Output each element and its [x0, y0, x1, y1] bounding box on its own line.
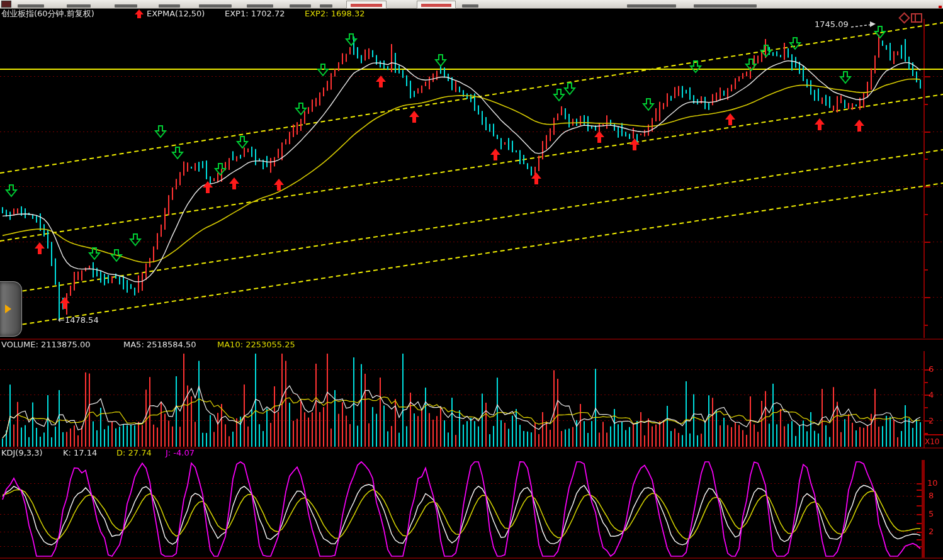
kdj-axis-label: 5: [929, 509, 934, 518]
menu-item[interactable]: [67, 4, 91, 8]
exp1-value: EXP1: 1702.72: [225, 9, 285, 18]
trading-app-window: 创业板指(60分钟.前复权) EXPMA(12,50) EXP1: 1702.7…: [0, 0, 943, 560]
split-window-icon[interactable]: [911, 13, 922, 23]
menu-item[interactable]: [199, 4, 232, 8]
menu-item[interactable]: [290, 4, 311, 8]
kdj-axis-label: 8: [929, 491, 934, 500]
volume-ma10-label: MA10: 2253055.25: [217, 340, 295, 349]
menu-item[interactable]: [320, 4, 332, 8]
chart-canvas[interactable]: [0, 0, 943, 560]
menu-item[interactable]: [627, 4, 676, 8]
kdj-d-value: D: 27.74: [116, 448, 152, 457]
menu-item[interactable]: [694, 4, 757, 8]
kdj-axis-label: 10: [927, 478, 938, 488]
volume-label: VOLUME: 2113875.00: [1, 340, 91, 349]
menu-item[interactable]: [247, 4, 273, 8]
volume-ma5-label: MA5: 2518584.50: [123, 340, 196, 349]
app-icon: [1, 1, 11, 8]
kdj-k-value: K: 17.14: [63, 448, 97, 457]
volume-unit-label: X10: [925, 437, 940, 447]
expand-right-icon: [5, 305, 11, 313]
menu-item[interactable]: [159, 4, 180, 8]
low-price-annotation: ←1478.54: [58, 315, 99, 325]
up-arrow-icon: [135, 9, 144, 18]
high-price-annotation: 1745.09: [815, 20, 849, 29]
indicator-label: EXPMA(12,50): [147, 9, 205, 18]
menu-red-button-2[interactable]: [417, 1, 456, 9]
exp2-value: EXP2: 1698.32: [305, 9, 365, 18]
menu-item[interactable]: [462, 4, 478, 8]
menu-item[interactable]: [115, 4, 137, 8]
sidebar-slide-handle[interactable]: [0, 281, 22, 337]
kdj-axis-label: 2: [929, 527, 934, 536]
menu-item[interactable]: [18, 4, 44, 8]
kdj-j-value: J: -4.07: [166, 448, 195, 457]
kdj-label: KDJ(9,3,3): [1, 448, 43, 457]
volume-axis-label: 4: [929, 390, 934, 400]
chart-title: 创业板指(60分钟.前复权): [1, 9, 94, 18]
menu-red-button-1[interactable]: [346, 1, 387, 9]
menu-bar[interactable]: [0, 0, 943, 9]
volume-axis-label: 2: [929, 416, 934, 425]
volume-axis-label: 6: [929, 364, 934, 374]
menu-alert-dot: [939, 6, 942, 8]
